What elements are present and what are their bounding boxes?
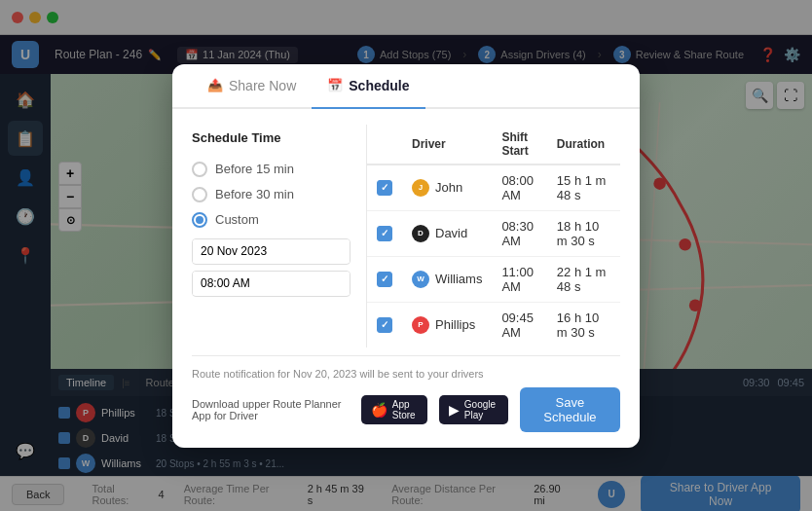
- date-input[interactable]: [193, 239, 351, 263]
- table-row: ✓ W Williams 11:00 AM: [367, 256, 620, 302]
- radio-15min-label: Before 15 min: [215, 162, 294, 176]
- download-label: Download upper Route Planner App for Dri…: [192, 398, 350, 421]
- phillips-duration: 16 h 10 m 30 s: [547, 302, 620, 347]
- apple-icon: 🍎: [371, 402, 388, 418]
- williams-duration: 22 h 1 m 48 s: [547, 256, 620, 302]
- tab-schedule[interactable]: 📅 Schedule: [312, 64, 424, 109]
- radio-custom-circle: [192, 212, 207, 228]
- share-icon: 📤: [207, 78, 223, 92]
- schedule-icon: 📅: [327, 78, 343, 92]
- tab-share-label: Share Now: [229, 78, 296, 93]
- col-duration: Duration: [547, 125, 620, 164]
- david-checkbox[interactable]: ✓: [377, 226, 392, 241]
- radio-30min-circle: [192, 187, 207, 202]
- radio-15min-circle: [192, 162, 207, 177]
- schedule-time-panel: Schedule Time Before 15 min Before 30 mi…: [192, 125, 367, 347]
- david-name: David: [435, 226, 467, 240]
- modal-grid: Schedule Time Before 15 min Before 30 mi…: [192, 125, 620, 347]
- tab-share-now[interactable]: 📤 Share Now: [192, 64, 312, 109]
- time-input-row: 🕐: [192, 271, 351, 297]
- save-schedule-button[interactable]: Save Schedule: [520, 387, 620, 432]
- phillips-avatar: P: [412, 316, 429, 334]
- drivers-panel: Driver Shift Start Duration ✓: [367, 125, 620, 347]
- david-shift: 08:30 AM: [492, 210, 546, 256]
- radio-custom[interactable]: Custom: [192, 207, 351, 233]
- williams-checkbox[interactable]: ✓: [377, 272, 392, 287]
- david-avatar: D: [412, 225, 429, 242]
- williams-name: Williams: [435, 272, 482, 286]
- table-row: ✓ J John 08:00 AM 15: [367, 164, 620, 211]
- col-check: [367, 125, 402, 164]
- john-shift: 08:00 AM: [492, 164, 546, 211]
- modal-overlay: 📤 Share Now 📅 Schedule Schedule Time Bef…: [0, 0, 812, 511]
- schedule-time-header: Schedule Time: [192, 125, 351, 151]
- radio-15min[interactable]: Before 15 min: [192, 157, 351, 182]
- modal-divider: [192, 355, 620, 356]
- app-store-button[interactable]: 🍎 App Store: [361, 395, 427, 424]
- phillips-checkbox[interactable]: ✓: [377, 317, 392, 333]
- schedule-modal: 📤 Share Now 📅 Schedule Schedule Time Bef…: [172, 64, 640, 448]
- date-input-row: 📅: [192, 238, 351, 265]
- phillips-name: Phillips: [435, 317, 475, 332]
- table-row: ✓ P Phillips 09:45 AM: [367, 302, 620, 347]
- google-play-button[interactable]: ▶ Google Play: [439, 395, 508, 424]
- table-row: ✓ D David 08:30 AM 1: [367, 210, 620, 256]
- col-driver: Driver: [402, 125, 492, 164]
- radio-30min[interactable]: Before 30 min: [192, 182, 351, 207]
- tab-schedule-label: Schedule: [349, 78, 409, 93]
- williams-shift: 11:00 AM: [492, 256, 546, 302]
- phillips-shift: 09:45 AM: [492, 302, 546, 347]
- john-checkbox[interactable]: ✓: [377, 180, 392, 196]
- col-shift: Shift Start: [492, 125, 546, 164]
- john-avatar: J: [412, 179, 429, 197]
- drivers-table: Driver Shift Start Duration ✓: [367, 125, 620, 347]
- notification-text: Route notification for Nov 20, 2023 will…: [192, 364, 620, 387]
- williams-avatar: W: [412, 271, 429, 288]
- app-store-row: Download upper Route Planner App for Dri…: [192, 387, 620, 432]
- john-name: John: [435, 180, 462, 195]
- modal-body: Schedule Time Before 15 min Before 30 mi…: [172, 109, 640, 448]
- google-play-icon: ▶: [449, 402, 460, 418]
- app-store-label: App Store: [392, 399, 418, 420]
- modal-tabs: 📤 Share Now 📅 Schedule: [172, 64, 640, 109]
- radio-30min-label: Before 30 min: [215, 187, 294, 201]
- david-duration: 18 h 10 m 30 s: [547, 210, 620, 256]
- google-play-label: Google Play: [464, 399, 498, 420]
- custom-inputs: 📅 🕐: [192, 238, 351, 297]
- john-duration: 15 h 1 m 48 s: [547, 164, 620, 211]
- time-input[interactable]: [193, 272, 351, 295]
- radio-custom-label: Custom: [215, 212, 259, 227]
